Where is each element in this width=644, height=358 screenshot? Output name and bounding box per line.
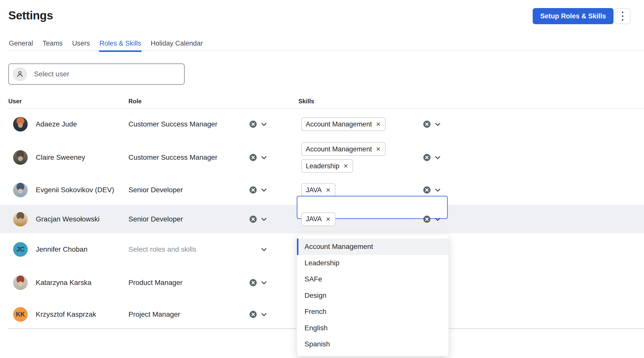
avatar <box>13 275 28 290</box>
chevron-down-icon[interactable] <box>260 186 268 194</box>
role-select[interactable]: Product Manager <box>128 279 183 287</box>
dropdown-option-english[interactable]: English <box>297 320 449 336</box>
skill-chip-label: Account Management <box>306 120 372 128</box>
role-select[interactable]: Select roles and skills <box>128 245 196 253</box>
skills-chips: Account Management <box>301 117 386 131</box>
skills-dropdown: Account ManagementLeadershipSAFeDesignFr… <box>297 234 449 356</box>
person-icon <box>13 67 27 81</box>
kebab-menu-icon <box>622 12 623 13</box>
select-user-placeholder: Select user <box>34 70 69 78</box>
user-name: Gracjan Wesołowski <box>36 215 99 223</box>
chevron-down-icon[interactable] <box>434 153 442 161</box>
tabs: GeneralTeamsUsersRoles & SkillsHoliday C… <box>8 39 203 51</box>
skills-chips: JAVA <box>301 212 335 226</box>
table-row-claire-sweeney: Claire Sweeney Customer Success Manager … <box>0 140 644 175</box>
remove-skill-icon[interactable] <box>343 163 349 169</box>
role-select[interactable]: Customer Success Manager <box>128 153 217 161</box>
skill-chip-label: Leadership <box>306 162 340 170</box>
dropdown-option-french[interactable]: French <box>297 304 449 320</box>
skill-chip-java: JAVA <box>301 212 335 226</box>
skill-chip-label: JAVA <box>306 215 322 223</box>
user-name: Katarzyna Karska <box>36 279 91 287</box>
avatar: JC <box>13 242 28 257</box>
dropdown-option-spanish[interactable]: Spanish <box>297 336 449 352</box>
role-clear-button[interactable] <box>249 310 257 319</box>
tab-general[interactable]: General <box>8 39 33 51</box>
chevron-down-icon[interactable] <box>260 120 268 128</box>
remove-skill-icon[interactable] <box>325 187 331 193</box>
role-clear-button[interactable] <box>249 215 257 223</box>
chevron-down-icon[interactable] <box>434 215 442 223</box>
user-name: Krzysztof Kasprzak <box>36 310 96 318</box>
avatar <box>13 183 28 197</box>
chevron-down-icon[interactable] <box>434 186 442 194</box>
role-clear-button[interactable] <box>249 153 257 162</box>
remove-skill-icon[interactable] <box>376 146 381 152</box>
chevron-down-icon[interactable] <box>260 279 268 287</box>
role-clear-button[interactable] <box>249 186 257 194</box>
skills-chips: Account ManagementLeadership <box>301 142 386 173</box>
role-select[interactable]: Customer Success Manager <box>128 120 217 128</box>
skill-chip-account-management: Account Management <box>301 117 386 131</box>
role-select[interactable]: Senior Developer <box>128 186 183 194</box>
tab-teams[interactable]: Teams <box>42 39 63 51</box>
user-name: Claire Sweeney <box>36 153 85 161</box>
chevron-down-icon[interactable] <box>434 120 442 128</box>
dropdown-option-safe[interactable]: SAFe <box>297 271 449 287</box>
chevron-down-icon[interactable] <box>260 245 268 253</box>
chevron-down-icon[interactable] <box>260 310 268 318</box>
role-clear-button[interactable] <box>249 278 257 287</box>
kebab-menu-icon <box>622 15 623 17</box>
avatar <box>13 212 28 226</box>
role-clear-button[interactable] <box>249 120 257 128</box>
avatar: KK <box>13 307 28 322</box>
settings-page: Settings Setup Roles & Skills GeneralTea… <box>0 0 644 358</box>
role-select[interactable]: Project Manager <box>128 310 180 318</box>
user-name: Adaeze Jude <box>36 120 77 128</box>
tab-users[interactable]: Users <box>72 39 91 51</box>
dropdown-option-account-management[interactable]: Account Management <box>297 239 449 255</box>
skills-chips: JAVA <box>301 183 335 197</box>
skill-chip-java: JAVA <box>301 183 335 197</box>
remove-skill-icon[interactable] <box>376 121 381 127</box>
skills-clear-button[interactable] <box>423 153 431 162</box>
column-header-role: Role <box>128 98 142 105</box>
avatar <box>13 150 28 165</box>
skill-chip-label: JAVA <box>306 186 322 194</box>
tab-holiday-calendar[interactable]: Holiday Calendar <box>150 39 203 51</box>
tab-roles-skills[interactable]: Roles & Skills <box>99 39 142 51</box>
kebab-menu-icon <box>622 19 623 21</box>
chevron-down-icon[interactable] <box>260 215 268 223</box>
skill-chip-leadership: Leadership <box>301 159 353 173</box>
skill-chip-label: Account Management <box>306 145 372 153</box>
dropdown-option-design[interactable]: Design <box>297 287 449 304</box>
avatar <box>13 117 28 132</box>
skills-clear-button[interactable] <box>423 120 431 128</box>
column-header-skills: Skills <box>298 98 314 105</box>
table-row-adaeze-jude: Adaeze Jude Customer Success Manager Acc… <box>0 109 644 140</box>
skill-chip-account-management: Account Management <box>301 142 386 156</box>
dropdown-option-leadership[interactable]: Leadership <box>297 255 449 271</box>
table-row-gracjan-weso-owski: Gracjan Wesołowski Senior Developer JAVA <box>0 205 644 233</box>
skills-clear-button[interactable] <box>423 186 431 194</box>
user-name: Evgenii Sokovikov (DEV) <box>36 186 114 194</box>
page-title: Settings <box>8 9 53 22</box>
chevron-down-icon[interactable] <box>260 153 268 161</box>
role-select[interactable]: Senior Developer <box>128 215 183 223</box>
skills-clear-button[interactable] <box>423 215 431 223</box>
remove-skill-icon[interactable] <box>325 216 331 222</box>
column-header-user: User <box>8 98 22 105</box>
more-options-button[interactable] <box>615 8 630 24</box>
select-user-input[interactable]: Select user <box>8 63 185 85</box>
user-name: Jennifer Choban <box>36 245 87 253</box>
setup-roles-skills-button[interactable]: Setup Roles & Skills <box>533 8 614 24</box>
